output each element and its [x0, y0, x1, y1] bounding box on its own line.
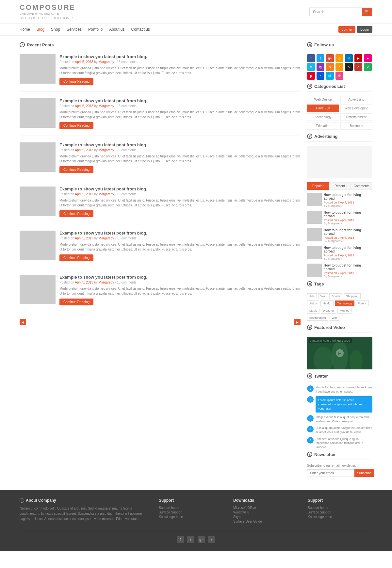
- nav-shop[interactable]: Shop: [51, 27, 60, 32]
- social-icon-pinterest[interactable]: p: [307, 72, 315, 80]
- category-business[interactable]: Business: [340, 122, 372, 130]
- tab-comments[interactable]: Comments: [351, 182, 372, 190]
- tab-recent[interactable]: Recent: [329, 182, 351, 190]
- prev-page-button[interactable]: ◀: [20, 319, 26, 325]
- post-item: Example to show you latest post from blo…: [20, 54, 301, 92]
- nav-portfolio[interactable]: Portfolio: [88, 27, 103, 32]
- footer-downloads-link[interactable]: Skype: [233, 515, 298, 519]
- logo: COMPOSURE: [20, 3, 75, 12]
- footer-support-link[interactable]: Support home: [159, 506, 223, 510]
- read-more-button-1[interactable]: Continue Reading: [59, 122, 93, 129]
- nav-contact[interactable]: Contact us: [131, 27, 150, 32]
- footer-social-facebook[interactable]: f: [177, 536, 184, 543]
- footer-support2-link[interactable]: Knowledge base: [308, 515, 372, 519]
- tweet-text-2: Integer varius felis aliquet neque moles…: [316, 415, 372, 423]
- tag-weather[interactable]: Weather: [321, 308, 336, 314]
- newsletter-subscribe-button[interactable]: Subscribe: [354, 469, 374, 477]
- tag-sports[interactable]: Sports: [329, 293, 342, 299]
- social-icon-google-plus[interactable]: g+: [326, 54, 334, 62]
- sidebar-post-content-2: How to budget for living abroad Posted o…: [324, 228, 372, 243]
- category-technology[interactable]: Technology: [307, 113, 339, 121]
- category-web-design[interactable]: Web Design: [307, 96, 339, 103]
- social-icon-stackoverflow[interactable]: s: [326, 63, 334, 71]
- social-icon-linkedin[interactable]: in: [345, 54, 353, 62]
- search-input[interactable]: [310, 8, 362, 16]
- social-icon-skype[interactable]: sk: [326, 72, 334, 80]
- tag-movies[interactable]: Movies: [337, 308, 351, 314]
- search-button[interactable]: 🔍: [362, 8, 372, 16]
- tag-arts[interactable]: Arts: [307, 293, 317, 299]
- social-icon-flickr[interactable]: ●: [364, 54, 372, 62]
- post-excerpt-4: Morbi pretium gravida justo nec ultrices…: [59, 242, 301, 252]
- nav-services[interactable]: Services: [67, 27, 82, 32]
- social-icon-instagram[interactable]: ig: [317, 63, 324, 71]
- social-icon-digg[interactable]: d: [354, 63, 362, 71]
- category-web-developing[interactable]: Web Developing: [340, 105, 372, 112]
- tab-popular[interactable]: Popular: [307, 182, 329, 190]
- footer-support1: Support Support homeSurface SupportKnowl…: [159, 498, 223, 524]
- tweet-icon-2: t: [307, 415, 314, 422]
- tag-health[interactable]: Health: [320, 300, 334, 306]
- category-education[interactable]: Education: [307, 122, 339, 130]
- footer-support-link[interactable]: Surface Support: [159, 511, 223, 514]
- next-page-button[interactable]: ▶: [294, 319, 301, 325]
- social-icon-500px[interactable]: 5: [345, 63, 353, 71]
- post-item: Example to show you latest post from blo…: [20, 187, 301, 224]
- nav-home[interactable]: Home: [20, 27, 30, 32]
- sidebar-post-title-4[interactable]: How to budget for living abroad: [324, 264, 372, 271]
- read-more-button-5[interactable]: Continue Reading: [59, 299, 93, 305]
- social-icon-rss[interactable]: ◎: [335, 54, 343, 62]
- tweet-item-0: t Your ticket has been answered, let us …: [307, 385, 372, 394]
- category-advertising[interactable]: Advertising: [340, 96, 372, 103]
- sidebar-post-title-0[interactable]: How to budget for living abroad: [324, 193, 372, 200]
- tag-technology[interactable]: Technology: [335, 300, 354, 306]
- read-more-button-2[interactable]: Continue Reading: [59, 166, 93, 173]
- tweet-text-1: Lorem ipsum dolor sit amet, consectetur …: [316, 396, 372, 413]
- social-icon-youtube[interactable]: ▶: [354, 54, 362, 62]
- login-button[interactable]: Login: [357, 26, 372, 33]
- tag-war[interactable]: War: [318, 293, 328, 299]
- newsletter-form: Subscribe: [307, 469, 372, 477]
- sidebar-post-content-3: How to budget for living abroad Posted o…: [324, 246, 372, 260]
- social-icon-dribbble[interactable]: dr: [335, 72, 343, 80]
- footer-social-googleplus[interactable]: g+: [198, 536, 205, 543]
- tweet-icon-3: t: [307, 426, 314, 432]
- footer-social-twitter[interactable]: t: [187, 536, 194, 543]
- social-icon-facebook[interactable]: f: [307, 54, 315, 62]
- footer-downloads-link[interactable]: Windows 8: [233, 511, 298, 514]
- nav-about[interactable]: About us: [109, 27, 124, 32]
- read-more-button-3[interactable]: Continue Reading: [59, 210, 93, 217]
- footer-downloads-link[interactable]: Microsoft Office: [233, 506, 298, 510]
- tag-future[interactable]: Future: [356, 300, 369, 306]
- footer-support2-link[interactable]: Support home: [308, 506, 372, 510]
- tag-war[interactable]: War: [330, 315, 339, 321]
- tag-music[interactable]: Music: [307, 308, 319, 314]
- join-button[interactable]: Join in: [338, 26, 355, 33]
- social-icon-amazon[interactable]: a: [335, 63, 343, 71]
- social-icon-zerply[interactable]: z: [317, 72, 324, 80]
- read-more-button-4[interactable]: Continue Reading: [59, 254, 93, 261]
- social-icon-vimeo[interactable]: v: [307, 63, 315, 71]
- social-icon-check[interactable]: ✓: [364, 63, 372, 71]
- nav-blog[interactable]: Blog: [37, 27, 44, 32]
- twitter-header: ◉ Twitter: [307, 373, 372, 381]
- social-icon-twitter[interactable]: t: [317, 54, 324, 62]
- sidebar-post-title-3[interactable]: How to budget for living abroad: [324, 246, 372, 253]
- read-more-button-0[interactable]: Continue Reading: [59, 78, 93, 85]
- footer-social-plus[interactable]: +: [208, 536, 215, 543]
- category-have-fun[interactable]: Have Fun: [307, 105, 339, 112]
- footer-support-link[interactable]: Knowledge base: [159, 515, 223, 519]
- post-title-2: Example to show you latest post from blo…: [59, 142, 301, 147]
- category-entertainment[interactable]: Entertainment: [340, 113, 372, 121]
- footer-about-title: About Company: [26, 498, 56, 503]
- footer-support2-link[interactable]: Surface Support: [308, 511, 372, 514]
- sidebar-post-title-2[interactable]: How to budget for living abroad: [324, 228, 372, 235]
- sidebar-post-title-1[interactable]: How to budget for living abroad: [324, 211, 372, 218]
- newsletter-email-input[interactable]: [307, 469, 354, 477]
- video-thumbnail[interactable]: Amazing Nature full HD 1080p ▶: [307, 337, 372, 369]
- tag-environment[interactable]: Environment: [307, 315, 328, 321]
- footer-downloads-link[interactable]: Surface User Guide: [233, 520, 298, 523]
- tag-autos[interactable]: Autos: [307, 300, 319, 306]
- tag-shopping[interactable]: Shopping: [344, 293, 361, 299]
- post-content-5: Example to show you latest post from blo…: [59, 275, 301, 305]
